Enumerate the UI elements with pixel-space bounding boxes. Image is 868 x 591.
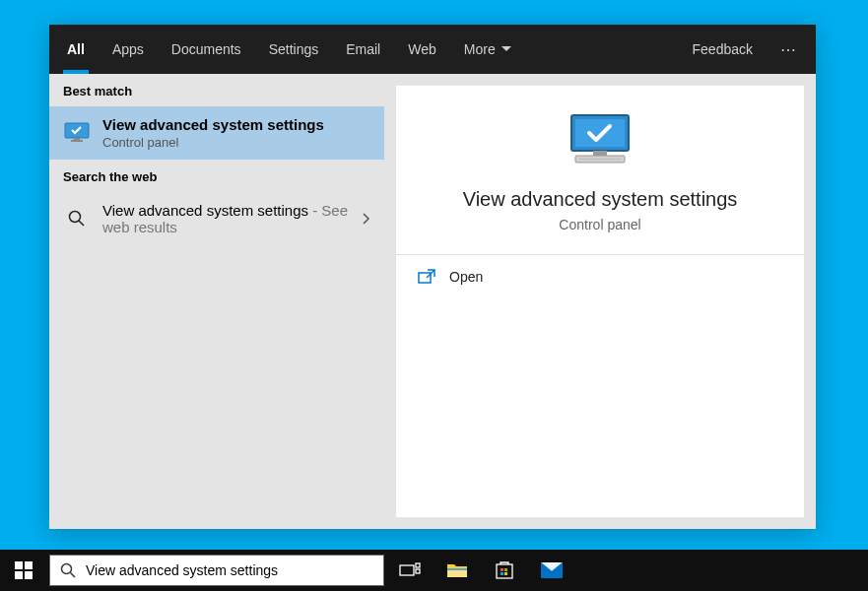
svg-rect-14 [15,571,23,579]
best-match-header: Best match [49,74,384,106]
tab-web-label: Web [408,41,436,57]
tab-documents[interactable]: Documents [158,25,255,74]
svg-rect-13 [25,561,33,569]
svg-rect-27 [504,572,507,575]
results-list: Best match View advanced system settings… [49,74,384,529]
svg-rect-26 [501,572,503,575]
search-icon [50,562,86,578]
tab-apps[interactable]: Apps [99,25,158,74]
tab-all-label: All [67,41,85,57]
svg-rect-10 [419,273,431,283]
search-input[interactable] [86,562,383,578]
best-match-subtitle: Control panel [102,135,370,150]
svg-rect-2 [71,140,83,142]
start-button[interactable] [0,550,47,591]
open-label: Open [449,269,483,285]
task-view-button[interactable] [386,550,434,591]
search-icon [63,205,91,232]
tab-web[interactable]: Web [394,25,450,74]
tab-more[interactable]: More [450,25,525,74]
web-result-title: View advanced system settings - See web … [102,202,351,235]
search-panel: All Apps Documents Settings Email Web Mo… [49,25,816,529]
web-header: Search the web [49,160,384,192]
tab-settings[interactable]: Settings [255,25,333,74]
chevron-right-icon [363,213,370,225]
preview-title: View advanced system settings [416,188,784,211]
ellipsis-icon[interactable]: ⋯ [767,40,812,59]
tab-email[interactable]: Email [332,25,394,74]
chevron-down-icon [501,46,511,52]
web-result-title-text: View advanced system settings [102,202,308,219]
svg-rect-6 [575,119,625,147]
mail-button[interactable] [528,550,575,591]
tab-apps-label: Apps [112,41,144,57]
svg-line-17 [71,573,76,578]
svg-point-3 [70,212,81,223]
svg-rect-18 [400,565,414,575]
preview-pane: View advanced system settings Control pa… [396,86,804,517]
svg-rect-19 [416,563,420,567]
tab-documents-label: Documents [171,41,241,57]
open-action[interactable]: Open [396,255,804,298]
taskbar [0,550,868,591]
feedback-link[interactable]: Feedback [679,41,767,57]
svg-rect-1 [74,138,80,140]
microsoft-store-button[interactable] [481,550,528,591]
best-match-result[interactable]: View advanced system settings Control pa… [49,106,384,160]
search-body: Best match View advanced system settings… [49,74,816,529]
svg-rect-24 [501,568,503,571]
svg-rect-12 [15,561,23,569]
taskbar-search[interactable] [49,555,384,586]
svg-rect-25 [504,568,507,571]
open-icon [418,269,435,285]
tab-more-label: More [464,41,496,57]
tab-settings-label: Settings [269,41,319,57]
svg-rect-15 [25,571,33,579]
tab-all[interactable]: All [53,25,99,74]
file-explorer-button[interactable] [434,550,481,591]
svg-point-16 [62,564,72,574]
tab-email-label: Email [346,41,380,57]
svg-rect-20 [416,569,420,573]
svg-rect-22 [447,568,467,570]
preview-header: View advanced system settings Control pa… [396,86,804,254]
preview-subtitle: Control panel [416,217,784,232]
feedback-label: Feedback [693,41,753,57]
web-result[interactable]: View advanced system settings - See web … [49,192,384,245]
monitor-large-icon [566,113,634,166]
best-match-title: View advanced system settings [102,116,370,133]
svg-rect-7 [593,151,607,156]
svg-line-4 [79,221,84,226]
search-tabs: All Apps Documents Settings Email Web Mo… [49,25,816,74]
monitor-icon [63,119,91,147]
